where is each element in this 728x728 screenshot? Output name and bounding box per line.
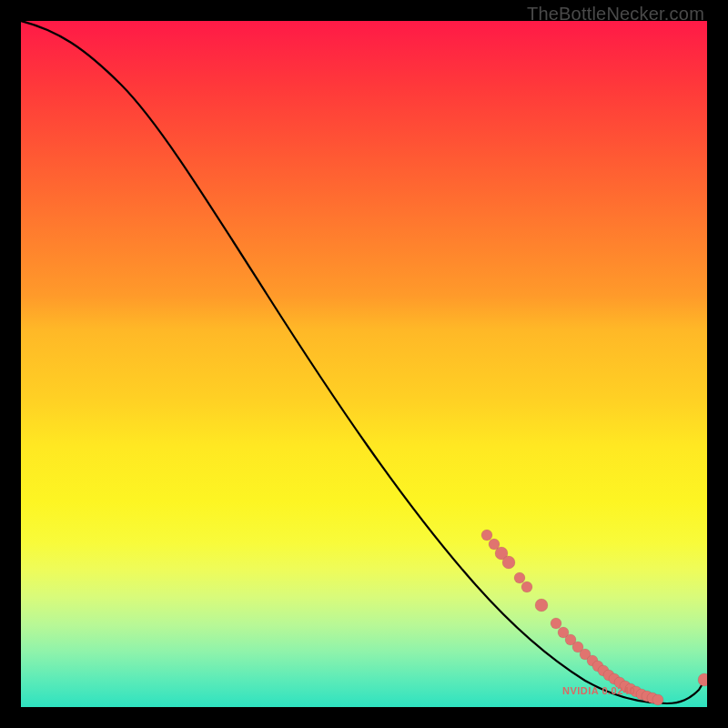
chart-svg [21, 21, 707, 707]
cluster-dots [481, 530, 707, 705]
svg-point-3 [502, 556, 515, 569]
chart-plot-area: NVIDIA 0.0240 [21, 21, 707, 707]
bottleneck-curve [21, 21, 707, 703]
svg-point-7 [551, 618, 561, 629]
cluster-label: NVIDIA 0.0240 [562, 685, 635, 696]
svg-point-4 [514, 572, 525, 583]
svg-point-6 [535, 599, 548, 612]
watermark-label: TheBottleNecker.com [527, 4, 704, 25]
svg-point-25 [698, 673, 707, 686]
svg-point-5 [521, 581, 532, 592]
svg-point-0 [481, 530, 492, 541]
svg-point-24 [652, 694, 663, 705]
